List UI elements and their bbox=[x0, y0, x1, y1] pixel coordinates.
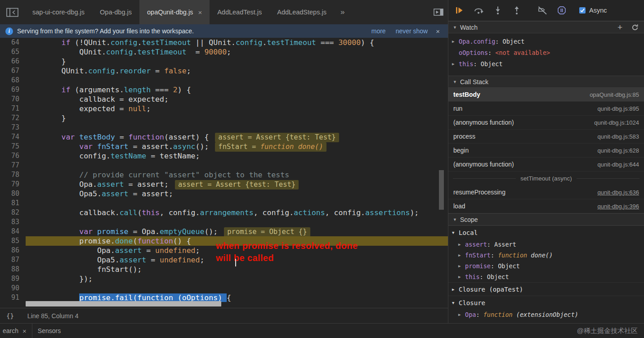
line-number[interactable]: 91 bbox=[0, 293, 26, 302]
line-number[interactable]: 89 bbox=[0, 274, 26, 284]
frame-location[interactable]: qunit-dbg.js:644 bbox=[597, 161, 639, 168]
call-stack-frame[interactable]: runqunit-dbg.js:895 bbox=[448, 102, 644, 116]
line-number[interactable]: 80 bbox=[0, 189, 26, 198]
line-number[interactable]: 90 bbox=[0, 284, 26, 293]
editor-panel-icon[interactable] bbox=[434, 9, 443, 16]
call-stack-section-header[interactable]: ▼ Call Stack bbox=[448, 76, 644, 88]
line-number[interactable]: 87 bbox=[0, 255, 26, 265]
call-stack-frame[interactable]: resumeProcessingqunit-dbg.js:636 bbox=[448, 185, 644, 199]
call-stack-frame[interactable]: loadqunit-dbg.js:396 bbox=[448, 199, 644, 213]
call-stack-frame[interactable]: testBodyopaQunit-dbg.js:85 bbox=[448, 88, 644, 102]
file-tab[interactable]: Opa-dbg.js bbox=[92, 0, 139, 24]
watch-item[interactable]: ▶this: Object bbox=[448, 58, 644, 69]
frame-location[interactable]: qunit-dbg.js:636 bbox=[597, 189, 639, 196]
line-number[interactable]: 76 bbox=[0, 151, 26, 161]
file-tab[interactable]: AddLeadSteps.js bbox=[269, 0, 334, 24]
scope-section-row[interactable]: ▼Local bbox=[448, 225, 644, 239]
expand-arrow-icon[interactable]: ▶ bbox=[458, 264, 465, 268]
expand-arrow-icon[interactable]: ▶ bbox=[458, 242, 465, 247]
scope-section-header[interactable]: ▼ Scope bbox=[448, 213, 644, 225]
expand-arrow-icon[interactable]: ▶ bbox=[458, 312, 465, 317]
watch-section-header[interactable]: ▼ Watch + bbox=[448, 21, 644, 33]
tab-close-icon[interactable]: × bbox=[198, 9, 202, 16]
vertical-scrollbar-thumb[interactable] bbox=[439, 170, 444, 210]
horizontal-scrollbar-thumb[interactable] bbox=[26, 301, 221, 306]
tabs-overflow-chevron[interactable]: » bbox=[340, 8, 344, 17]
tab-close-icon[interactable]: × bbox=[22, 327, 27, 335]
infobar-never-show-link[interactable]: never show bbox=[396, 27, 428, 35]
refresh-watch-icon[interactable] bbox=[631, 24, 639, 31]
line-number[interactable]: 85 bbox=[0, 236, 26, 246]
inline-debug-hint: assert = Assert {test: Test} bbox=[215, 133, 339, 142]
deactivate-breakpoints-button[interactable] bbox=[537, 6, 547, 15]
line-number[interactable]: 68 bbox=[0, 76, 26, 85]
line-number[interactable]: 83 bbox=[0, 217, 26, 227]
file-tab[interactable]: AddLeadTest.js bbox=[210, 0, 269, 24]
scope-variable[interactable]: ▶fnStart: function done() bbox=[448, 250, 644, 261]
navigator-toggle-icon[interactable] bbox=[6, 8, 18, 17]
add-watch-icon[interactable]: + bbox=[617, 23, 622, 32]
line-number[interactable]: 88 bbox=[0, 265, 26, 274]
line-number[interactable]: 70 bbox=[0, 95, 26, 104]
line-number[interactable]: 72 bbox=[0, 113, 26, 123]
pretty-print-button[interactable]: {} bbox=[6, 312, 14, 320]
file-tab[interactable]: sap-ui-core-dbg.js bbox=[25, 0, 92, 24]
scope-variable[interactable]: ▶assert: Assert bbox=[448, 239, 644, 250]
step-out-button[interactable] bbox=[512, 6, 521, 15]
call-stack-frame[interactable]: beginqunit-dbg.js:628 bbox=[448, 144, 644, 158]
line-number[interactable]: 81 bbox=[0, 198, 26, 208]
async-checkbox[interactable]: Async bbox=[579, 7, 607, 14]
drawer-tab-sensors[interactable]: Sensors bbox=[32, 324, 66, 338]
watch-item[interactable]: oOptions: <not available> bbox=[448, 47, 644, 58]
step-over-button[interactable] bbox=[474, 6, 483, 15]
frame-location[interactable]: qunit-dbg.js:583 bbox=[597, 133, 639, 140]
line-number[interactable]: 86 bbox=[0, 246, 26, 255]
line-number[interactable]: 77 bbox=[0, 161, 26, 170]
line-number[interactable]: 84 bbox=[0, 227, 26, 236]
line-number[interactable]: 73 bbox=[0, 123, 26, 132]
chevron-down-icon[interactable]: ▼ bbox=[452, 301, 459, 305]
watch-item[interactable]: ▶Opa.config: Object bbox=[448, 36, 644, 47]
chevron-down-icon: ▼ bbox=[453, 217, 457, 222]
frame-location[interactable]: opaQunit-dbg.js:85 bbox=[590, 91, 639, 98]
pause-on-exceptions-button[interactable] bbox=[557, 6, 566, 15]
line-number[interactable]: 64 bbox=[0, 38, 26, 47]
frame-location[interactable]: qunit-dbg.js:1024 bbox=[594, 119, 639, 126]
scope-variable[interactable]: ▶this: Object bbox=[448, 271, 644, 282]
line-number[interactable]: 65 bbox=[0, 47, 26, 57]
scope-variable[interactable]: ▶Opa: function (extensionObject) bbox=[448, 309, 644, 320]
file-tab[interactable]: opaQunit-dbg.js× bbox=[139, 0, 210, 24]
code-text bbox=[26, 123, 448, 132]
frame-location[interactable]: qunit-dbg.js:628 bbox=[597, 147, 639, 154]
expand-arrow-icon[interactable]: ▶ bbox=[452, 39, 459, 44]
line-number[interactable]: 79 bbox=[0, 180, 26, 189]
line-number[interactable]: 75 bbox=[0, 142, 26, 151]
scope-variable[interactable]: ▶promise: Object bbox=[448, 261, 644, 271]
line-number[interactable]: 82 bbox=[0, 208, 26, 217]
infobar-more-link[interactable]: more bbox=[371, 27, 386, 35]
chevron-right-icon[interactable]: ▶ bbox=[452, 287, 459, 292]
scope-section-row[interactable]: ▼Closure bbox=[448, 296, 644, 309]
line-number[interactable]: 74 bbox=[0, 132, 26, 142]
step-into-button[interactable] bbox=[493, 6, 502, 15]
infobar-close-icon[interactable]: × bbox=[436, 27, 440, 35]
line-number[interactable]: 71 bbox=[0, 104, 26, 113]
line-number[interactable]: 69 bbox=[0, 85, 26, 95]
line-number[interactable]: 78 bbox=[0, 170, 26, 180]
line-number[interactable]: 67 bbox=[0, 66, 26, 76]
expand-arrow-icon[interactable]: ▶ bbox=[452, 62, 459, 66]
call-stack-frame[interactable]: processqunit-dbg.js:583 bbox=[448, 130, 644, 144]
line-number[interactable]: 66 bbox=[0, 57, 26, 66]
scope-section-title: Scope bbox=[460, 216, 478, 223]
expand-arrow-icon[interactable]: ▶ bbox=[458, 275, 465, 279]
resume-script-button[interactable] bbox=[455, 6, 464, 15]
frame-location[interactable]: qunit-dbg.js:396 bbox=[597, 203, 639, 210]
chevron-down-icon[interactable]: ▼ bbox=[452, 230, 459, 235]
drawer-tab-search[interactable]: earch × bbox=[0, 324, 32, 338]
expand-arrow-icon[interactable]: ▶ bbox=[458, 253, 465, 257]
code-editor[interactable]: 64 if (!QUnit.config.testTimeout || QUni… bbox=[0, 38, 448, 308]
frame-location[interactable]: qunit-dbg.js:895 bbox=[597, 105, 639, 112]
scope-section-row[interactable]: ▶Closure (opaTest) bbox=[448, 282, 644, 296]
call-stack-frame[interactable]: (anonymous function)qunit-dbg.js:644 bbox=[448, 158, 644, 171]
call-stack-frame[interactable]: (anonymous function)qunit-dbg.js:1024 bbox=[448, 116, 644, 130]
